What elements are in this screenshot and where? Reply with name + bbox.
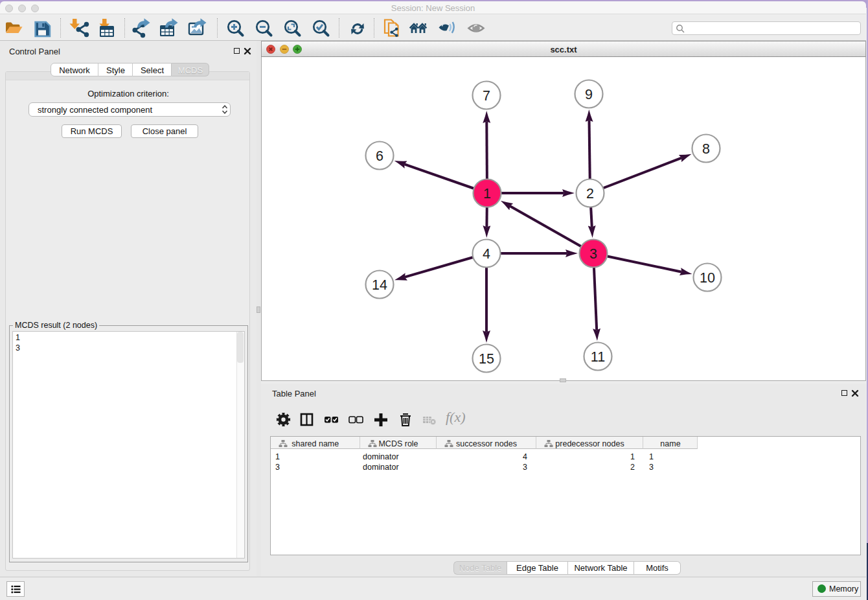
- svg-text:7: 7: [483, 88, 490, 104]
- svg-text:6: 6: [376, 148, 383, 164]
- svg-text:11: 11: [591, 349, 605, 365]
- svg-text:2: 2: [586, 186, 594, 202]
- svg-text:9: 9: [585, 87, 593, 102]
- svg-text:4: 4: [483, 246, 490, 262]
- svg-text:8: 8: [702, 141, 710, 157]
- svg-text:14: 14: [372, 277, 387, 293]
- svg-text:10: 10: [700, 270, 715, 286]
- svg-text:15: 15: [479, 351, 494, 367]
- svg-text:1: 1: [483, 186, 491, 202]
- svg-text:3: 3: [589, 246, 597, 262]
